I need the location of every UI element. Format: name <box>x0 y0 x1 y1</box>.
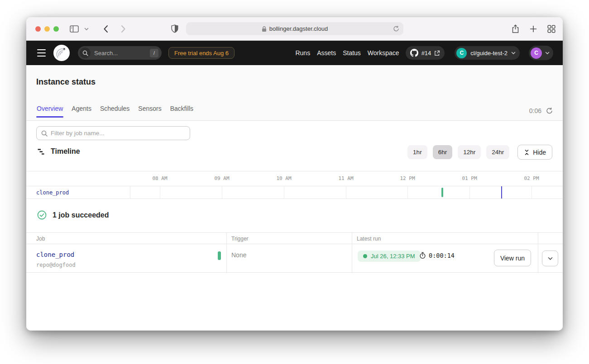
collapse-icon <box>524 149 530 156</box>
tab-schedules[interactable]: Schedules <box>100 105 130 120</box>
browser-window: bollinger.dagster.cloud <box>26 17 563 331</box>
latest-run-date: Jul 26, 12:33 PM <box>371 253 415 260</box>
current-time-marker <box>501 186 502 199</box>
tab-agents[interactable]: Agents <box>71 105 92 120</box>
back-button[interactable] <box>103 25 108 33</box>
hide-label: Hide <box>533 149 546 156</box>
table-row: clone_prod repo@dogfood None Jul 26, 12:… <box>26 244 563 273</box>
deployment-switcher[interactable]: C cl/guide-test-2 <box>455 46 520 60</box>
window-controls <box>35 26 59 32</box>
close-window-button[interactable] <box>35 26 41 32</box>
search-icon <box>80 47 91 58</box>
refresh-countdown: 0:06 <box>529 107 541 114</box>
nav-workspace[interactable]: Workspace <box>368 49 399 57</box>
trigger-value: None <box>231 251 246 259</box>
hour-label: 02 PM <box>524 175 539 181</box>
job-filter-input[interactable] <box>51 130 185 137</box>
github-icon <box>410 49 418 57</box>
column-trigger: Trigger <box>231 236 249 242</box>
hour-label: 08 AM <box>152 175 167 181</box>
share-icon[interactable] <box>512 24 519 33</box>
run-duration-value: 0:00:14 <box>429 252 455 259</box>
range-button-6hr[interactable]: 6hr <box>433 145 453 159</box>
chevron-down-icon <box>548 257 553 260</box>
search-shortcut-key: / <box>150 49 158 57</box>
job-repo-label: repo@dogfood <box>36 262 76 268</box>
address-bar[interactable]: bollinger.dagster.cloud <box>186 22 403 35</box>
main-content: Timeline 1hr 6hr 12hr 24hr Hide 08 AM 09… <box>26 121 563 331</box>
menu-icon[interactable] <box>37 49 46 57</box>
range-button-12hr[interactable]: 12hr <box>458 145 481 159</box>
address-bar-url: bollinger.dagster.cloud <box>269 25 328 32</box>
search-placeholder: Search... <box>94 50 118 57</box>
hour-label: 09 AM <box>214 175 229 181</box>
trial-badge[interactable]: Free trial ends Aug 6 <box>168 47 235 59</box>
privacy-shield-icon[interactable] <box>171 24 178 33</box>
new-tab-icon[interactable] <box>530 25 537 33</box>
app-header: Search... / Free trial ends Aug 6 Runs A… <box>26 41 563 65</box>
hour-label: 01 PM <box>462 175 477 181</box>
run-success-marker[interactable] <box>441 188 443 197</box>
timeline-title: Timeline <box>51 147 80 156</box>
deployment-avatar: C <box>456 48 467 58</box>
timeline-row-clone-prod: clone_prod <box>26 186 563 199</box>
browser-toolbar: bollinger.dagster.cloud <box>26 17 563 41</box>
stopwatch-icon <box>419 252 426 259</box>
job-link[interactable]: clone_prod <box>36 251 74 258</box>
search-icon <box>41 130 48 137</box>
global-search-input[interactable]: Search... / <box>78 46 162 60</box>
tab-overview[interactable]: Overview <box>36 105 63 120</box>
hour-label: 11 AM <box>338 175 353 181</box>
minimize-window-button[interactable] <box>44 26 50 32</box>
check-circle-icon <box>37 210 47 220</box>
reload-icon[interactable] <box>393 25 399 32</box>
jobs-summary: 1 job succeeded <box>37 210 109 220</box>
github-version-pill[interactable]: #14 <box>406 46 445 60</box>
run-status-dot <box>363 254 367 258</box>
zoom-window-button[interactable] <box>53 26 59 32</box>
refresh-icon[interactable] <box>546 107 553 114</box>
sidebar-toggle-icon[interactable] <box>70 25 79 33</box>
timeline-job-label[interactable]: clone_prod <box>36 189 69 196</box>
row-menu-button[interactable] <box>542 251 558 266</box>
forward-button[interactable] <box>121 25 126 33</box>
tab-sensors[interactable]: Sensors <box>138 105 162 120</box>
chevron-down-icon <box>545 52 550 55</box>
job-filter[interactable] <box>36 126 190 140</box>
timeline-icon <box>37 148 45 156</box>
run-duration: 0:00:14 <box>419 252 455 259</box>
user-avatar: C <box>531 47 542 59</box>
column-job: Job <box>36 236 45 242</box>
tab-backfills[interactable]: Backfills <box>170 105 194 120</box>
jobs-table: Job Trigger Latest run clone_prod repo@d… <box>26 232 563 273</box>
deployment-name: cl/guide-test-2 <box>470 50 508 57</box>
latest-run-badge[interactable]: Jul 26, 12:33 PM <box>358 251 421 262</box>
page-header: Instance status Overview Agents Schedule… <box>26 65 563 121</box>
hide-timeline-button[interactable]: Hide <box>517 145 552 160</box>
page-title: Instance status <box>36 77 96 87</box>
nav-runs[interactable]: Runs <box>295 49 310 57</box>
job-status-bar[interactable] <box>218 251 221 260</box>
column-latest-run: Latest run <box>357 236 381 242</box>
nav-assets[interactable]: Assets <box>317 49 336 57</box>
tab-bar: Overview Agents Schedules Sensors Backfi… <box>36 105 194 120</box>
range-button-24hr[interactable]: 24hr <box>486 145 509 159</box>
table-header: Job Trigger Latest run <box>26 232 563 244</box>
nav-status[interactable]: Status <box>343 49 361 57</box>
view-run-button[interactable]: View run <box>494 250 531 266</box>
jobs-summary-text: 1 job succeeded <box>53 211 109 219</box>
hour-label: 10 AM <box>276 175 291 181</box>
hour-label: 12 PM <box>400 175 415 181</box>
tab-overview-icon[interactable] <box>547 25 555 33</box>
timeline-hour-axis: 08 AM 09 AM 10 AM 11 AM 12 PM 01 PM 02 P… <box>26 171 563 186</box>
user-menu[interactable]: C <box>529 46 553 60</box>
sidebar-chevron-down-icon[interactable] <box>84 28 89 31</box>
chevron-down-icon <box>511 52 516 55</box>
timeline-chart: 08 AM 09 AM 10 AM 11 AM 12 PM 01 PM 02 P… <box>26 171 563 199</box>
dagster-logo[interactable] <box>53 45 70 61</box>
external-link-icon <box>434 50 440 56</box>
github-ref: #14 <box>421 50 431 57</box>
lock-icon <box>262 26 267 32</box>
range-button-1hr[interactable]: 1hr <box>407 145 427 159</box>
